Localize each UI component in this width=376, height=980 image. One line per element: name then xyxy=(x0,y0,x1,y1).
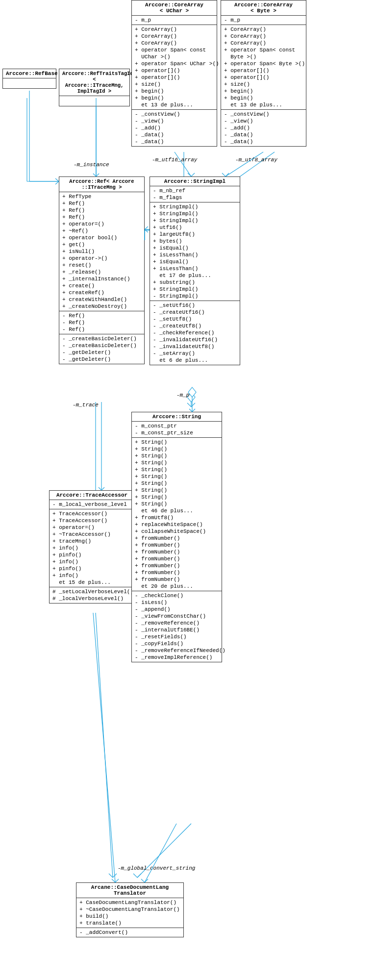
label-m-trace: -m_trace xyxy=(73,402,99,408)
casedoc-private: - _addConvert() xyxy=(76,928,183,937)
traceaccessor-private: - m_local_verbose_level xyxy=(50,500,134,509)
traceaccessor-box: Arccore::TraceAccessor - m_local_verbose… xyxy=(49,490,135,603)
corearray-byte-private2: - _constView() - _view() - _add() - _dat… xyxy=(221,110,306,146)
svg-line-10 xyxy=(96,613,113,878)
corearray-byte-private: - m_p xyxy=(221,16,306,25)
label-m-global-convert-string: -m_global_convert_string xyxy=(118,865,195,871)
casedoc-translator-title: Arcane::CaseDocumentLangTranslator xyxy=(76,883,183,898)
traceaccessor-public: + TraceAccessor() + TraceAccessor() + op… xyxy=(50,509,134,587)
refbase-title: Arccore::RefBase xyxy=(3,69,56,78)
casedoc-public: + CaseDocumentLangTranslator() + ~CaseDo… xyxy=(76,898,183,928)
corearray-uchar-title: Arccore::CoreArray< UChar > xyxy=(132,0,217,16)
corearray-uchar-private2: - _constView() - _view() - _add() - _dat… xyxy=(132,110,217,146)
svg-line-15 xyxy=(226,152,263,176)
arcanestring-private: - m_const_ptr - m_const_ptr_size xyxy=(132,422,222,438)
arcanestring-private2: - _checkClone() - isLess() - _append() -… xyxy=(132,591,222,662)
corearray-uchar-public: + CoreArray() + CoreArray() + CoreArray(… xyxy=(132,25,217,110)
svg-line-14 xyxy=(175,152,191,176)
casedoc-translator-box: Arcane::CaseDocumentLangTranslator + Cas… xyxy=(76,882,184,937)
reftraitstag-title: Arccore::RefTraitsTagId< Arccore::ITrace… xyxy=(59,69,129,96)
arcanestring-title: Arccore::String xyxy=(132,412,222,422)
label-m-utf8-array: -m_utf8_array xyxy=(235,157,277,163)
arcanestring-box: Arccore::String - m_const_ptr - m_const_… xyxy=(131,412,222,662)
ref-itracemng-title: Arccore::Ref< Arccore::ITraceMng > xyxy=(59,177,144,192)
reftraitstag-members xyxy=(59,96,129,106)
corearray-uchar-private: - m_p xyxy=(132,16,217,25)
corearray-byte-box: Arccore::CoreArray< Byte > - m_p + CoreA… xyxy=(221,0,306,147)
label-m-utf16-array: -m_utf16_array xyxy=(152,157,197,163)
ref-private2: - _createBasicDeleter() - _createBasicDe… xyxy=(59,334,144,364)
traceaccessor-title: Arccore::TraceAccessor xyxy=(50,491,134,500)
svg-line-24 xyxy=(145,824,176,882)
refbase-box: Arccore::RefBase xyxy=(2,69,56,89)
ref-private: - Ref() - Ref() - Ref() xyxy=(59,311,144,334)
label-m-instance: -m_instance xyxy=(74,162,109,168)
corearray-byte-public: + CoreArray() + CoreArray() + CoreArray(… xyxy=(221,25,306,110)
stringimpl-title: Arccore::StringImpl xyxy=(150,177,240,186)
corearray-byte-title: Arccore::CoreArray< Byte > xyxy=(221,0,306,16)
refbase-members xyxy=(3,78,56,88)
ref-itracemng-box: Arccore::Ref< Arccore::ITraceMng > + Ref… xyxy=(59,176,145,364)
ref-public: + RefType + Ref() + Ref() + Ref() + oper… xyxy=(59,192,144,311)
stringimpl-private: - m_nb_ref - m_flags xyxy=(150,186,240,202)
reftraitstagidd-box: Arccore::RefTraitsTagId< Arccore::ITrace… xyxy=(59,69,130,106)
traceaccessor-protected: # _setLocalVerboseLevel() # _localVerbos… xyxy=(50,587,134,603)
member: - m_p xyxy=(134,17,215,24)
label-m-p: -m_p xyxy=(176,392,189,398)
svg-line-23 xyxy=(93,613,115,882)
arcanestring-public: + String() + String() + String() + Strin… xyxy=(132,438,222,591)
stringimpl-box: Arccore::StringImpl - m_nb_ref - m_flags… xyxy=(150,176,240,365)
stringimpl-private2: - _setUtf16() - _createUtf16() - _setUtf… xyxy=(150,301,240,365)
stringimpl-public: + StringImpl() + StringImpl() + StringIm… xyxy=(150,202,240,301)
corearray-uchar-box: Arccore::CoreArray< UChar > - m_p + Core… xyxy=(131,0,217,147)
diagram-container: Arccore::RefBase Arccore::RefTraitsTagId… xyxy=(0,0,376,980)
